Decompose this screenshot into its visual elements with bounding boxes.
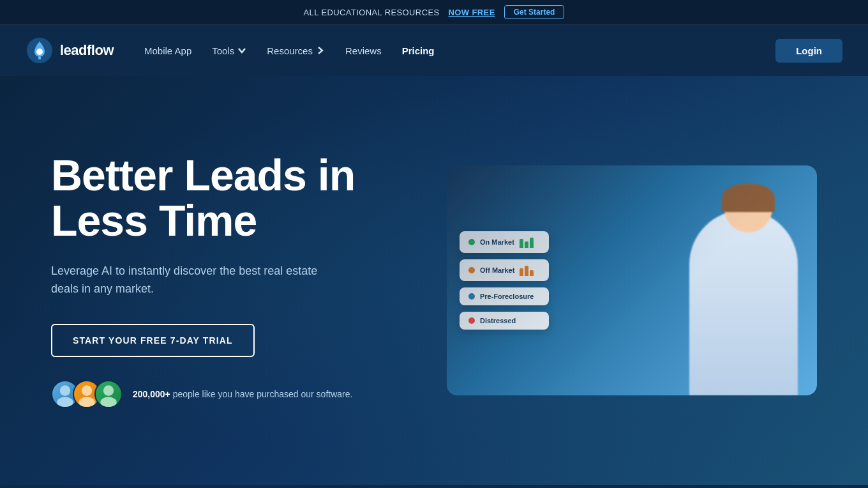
chevron-down-icon [237,46,246,55]
svg-point-3 [60,386,70,396]
main-nav: leadflow Mobile App Tools Resources Revi… [0,25,868,76]
svg-point-8 [100,397,116,408]
hero-content: Better Leads in Less Time Leverage AI to… [51,153,355,408]
floating-cards: On Market Off Market [460,231,549,330]
top-banner: ALL EDUCATIONAL RESOURCES NOW FREE Get S… [0,0,868,25]
nav-tools[interactable]: Tools [204,40,254,61]
nav-reviews[interactable]: Reviews [338,40,389,61]
person-figure [651,178,817,395]
nav-left: leadflow Mobile App Tools Resources Revi… [26,36,442,65]
ui-card-on-market: On Market [460,231,549,253]
hero-image-bg: On Market Off Market [447,165,817,395]
chevron-right-icon [316,46,325,55]
svg-point-6 [79,397,94,408]
dot-icon [468,293,475,300]
svg-rect-2 [38,57,41,59]
nav-links: Mobile App Tools Resources Reviews Prici… [137,40,442,61]
banner-prefix-text: ALL EDUCATIONAL RESOURCES [304,8,440,17]
nav-right: Login [775,39,842,63]
svg-point-4 [57,397,73,408]
trial-cta-button[interactable]: START YOUR FREE 7-DAY TRIAL [51,324,255,357]
banner-free-link[interactable]: NOW FREE [449,8,495,17]
hero-image: On Market Off Market [447,165,817,395]
login-button[interactable]: Login [775,39,842,63]
social-proof: 200,000+ people like you have purchased … [51,380,355,408]
ui-card-off-market: Off Market [460,259,549,281]
svg-point-5 [82,386,92,396]
dot-icon [468,267,475,273]
logo-icon [26,36,54,65]
nav-resources[interactable]: Resources [259,40,333,61]
avatar-group [51,380,123,408]
dot-icon [468,239,475,245]
svg-point-7 [103,386,114,396]
nav-mobile-app[interactable]: Mobile App [137,40,199,61]
svg-point-1 [36,49,43,55]
logo[interactable]: leadflow [26,36,114,65]
nav-pricing[interactable]: Pricing [394,40,442,61]
logo-text: leadflow [60,42,114,59]
social-proof-text: 200,000+ people like you have purchased … [133,388,352,401]
ui-card-preforeclosure: Pre-Foreclosure [460,287,549,305]
dot-icon [468,317,475,324]
hero-title: Better Leads in Less Time [51,153,355,244]
hero-section: Better Leads in Less Time Leverage AI to… [0,76,868,485]
get-started-button[interactable]: Get Started [504,5,565,19]
ui-card-distressed: Distressed [460,312,549,330]
hero-subtitle: Leverage AI to instantly discover the be… [51,262,345,299]
avatar [94,380,123,408]
